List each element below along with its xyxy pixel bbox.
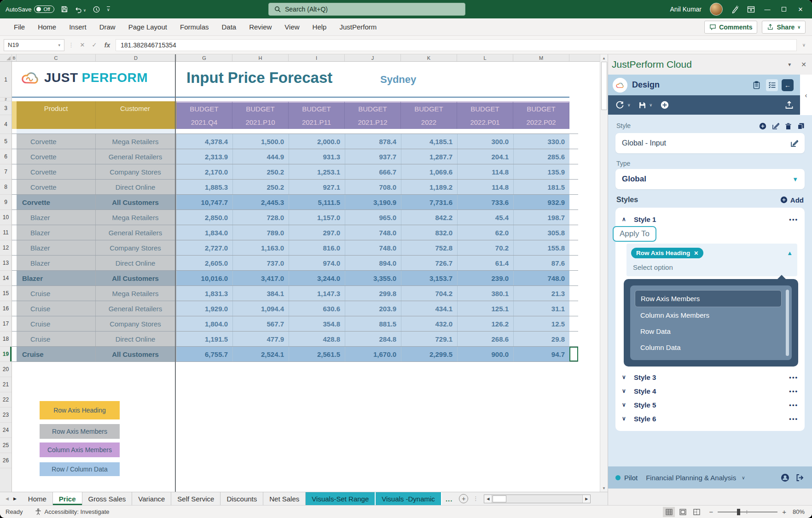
row-header[interactable]: 19 [0,347,12,362]
value-cell[interactable]: 733.6 [457,195,513,210]
column-axis-scenario-cell[interactable]: BUDGET [232,101,289,115]
tab-scroll-right-icon[interactable]: ▶ [13,496,17,501]
ribbon-tab[interactable]: View [278,18,306,36]
inking-pen-icon[interactable] [731,6,739,13]
style-menu-icon[interactable]: ••• [789,374,798,381]
dropdown-scrollbar[interactable] [786,290,789,356]
value-cell[interactable]: 12.5 [513,316,569,331]
dropdown-option[interactable]: Row Data [635,323,782,339]
value-cell[interactable]: 7,731.6 [401,195,457,210]
value-cell[interactable]: 125.1 [457,301,513,316]
value-cell[interactable]: 181.5 [513,180,569,194]
customer-cell[interactable]: General Retailers [96,301,175,316]
value-cell[interactable]: 384.1 [232,286,289,301]
frozen-pane-divider[interactable] [175,54,176,492]
product-cell[interactable]: Blazer [17,225,96,240]
expand-icon[interactable]: ∨ [622,402,629,408]
row-header[interactable]: 23 [0,407,12,423]
sheet-tab[interactable]: Variance [132,492,171,505]
share-button[interactable]: Share ∨ [762,21,806,34]
product-cell[interactable]: Corvette [17,180,96,194]
column-n-cell[interactable] [569,347,578,361]
sheet-tab-overflow[interactable]: ... [442,495,457,503]
customer-cell[interactable]: All Customers [96,347,175,361]
value-cell[interactable]: 1,500.0 [232,134,289,149]
row-header[interactable]: 25 [0,438,12,453]
user-icon[interactable] [781,473,789,482]
ribbon-tab[interactable]: Formulas [174,18,215,36]
select-all-corner[interactable] [0,54,12,61]
value-cell[interactable]: 268.6 [457,332,513,346]
sheet-tab[interactable]: Visuals -Dynamic [376,492,442,505]
column-axis-scenario-cell[interactable]: BUDGET [289,101,345,115]
save-dropdown-icon[interactable]: ∨ [650,103,653,107]
vertical-scrollbar[interactable]: ▲ ▼ [600,54,608,492]
row-header[interactable]: 2 [0,98,12,101]
formula-input[interactable]: 181.382846715354 [116,39,797,51]
value-cell[interactable]: 300.0 [457,134,513,149]
add-style-button[interactable]: Add [780,196,804,204]
row-header[interactable]: 11 [0,225,12,240]
dropdown-option[interactable]: Column Axis Members [635,307,782,323]
value-cell[interactable]: 432.0 [401,316,457,331]
value-cell[interactable]: 729.1 [401,332,457,346]
scroll-left-icon[interactable]: ◀ [484,495,492,503]
pane-close-icon[interactable]: ✕ [801,61,806,68]
value-cell[interactable]: 931.3 [289,149,345,164]
value-cell[interactable]: 284.8 [345,332,401,346]
value-cell[interactable]: 3,190.9 [345,195,401,210]
product-cell[interactable]: Cruise [17,301,96,316]
value-cell[interactable]: 2,445.3 [232,195,289,210]
value-cell[interactable]: 2,561.5 [289,347,345,361]
clipboard-icon[interactable] [750,79,762,91]
value-cell[interactable]: 428.8 [289,332,345,346]
column-header[interactable]: G [176,54,232,61]
value-cell[interactable]: 842.2 [401,210,457,225]
type-dropdown-icon[interactable]: ▼ [792,176,798,183]
column-header[interactable]: L [457,54,513,61]
value-cell[interactable]: 155.8 [513,240,569,255]
row-header[interactable]: 8 [0,180,12,195]
row-header[interactable]: 7 [0,164,12,180]
column-header[interactable]: C [17,54,96,61]
value-cell[interactable]: 1,069.6 [401,164,457,179]
value-cell[interactable]: 666.7 [345,164,401,179]
row-header[interactable]: 14 [0,271,12,286]
value-cell[interactable]: 878.4 [345,134,401,149]
row-header[interactable]: 4 [0,115,12,134]
column-header[interactable]: H [232,54,289,61]
column-axis-period-cell[interactable]: 2021.P11 [289,115,345,129]
column-axis-scenario-cell[interactable]: BUDGET [457,101,513,115]
column-axis-period-cell[interactable]: 2022 [401,115,457,129]
normal-view-icon[interactable] [663,507,675,517]
cancel-entry-icon[interactable]: ✕ [78,41,87,48]
value-cell[interactable]: 198.7 [513,210,569,225]
sheet-tab[interactable]: Price [53,492,82,505]
row-header[interactable]: 22 [0,392,12,407]
row-header[interactable]: 10 [0,210,12,225]
value-cell[interactable]: 45.4 [457,210,513,225]
value-cell[interactable]: 61.4 [457,256,513,270]
ribbon-tab[interactable]: Draw [93,18,122,36]
column-n-cell[interactable] [569,271,578,285]
value-cell[interactable]: 6,755.7 [176,347,232,361]
value-cell[interactable]: 285.6 [513,149,569,164]
product-cell[interactable]: Blazer [17,256,96,270]
value-cell[interactable]: 789.0 [232,225,289,240]
value-cell[interactable]: 203.9 [345,301,401,316]
customer-cell[interactable]: General Retailers [96,225,175,240]
sheet-tab[interactable]: Gross Sales [82,492,133,505]
row-header[interactable]: 13 [0,256,12,271]
column-n-cell[interactable] [569,180,578,194]
collapse-pane-icon[interactable]: ← [782,79,794,91]
rename-style-icon[interactable] [790,140,798,147]
customer-cell[interactable]: General Retailers [96,149,175,164]
customer-cell[interactable]: All Customers [96,271,175,285]
column-axis-period-cell[interactable]: 2021.P12 [345,115,401,129]
style-row[interactable]: ∨ Style 3 ••• [622,370,798,384]
column-n-cell[interactable] [569,316,578,331]
value-cell[interactable]: 1,834.0 [176,225,232,240]
value-cell[interactable]: 2,850.0 [176,210,232,225]
confirm-entry-icon[interactable]: ✓ [90,41,99,48]
ribbon-tab[interactable]: Review [243,18,278,36]
